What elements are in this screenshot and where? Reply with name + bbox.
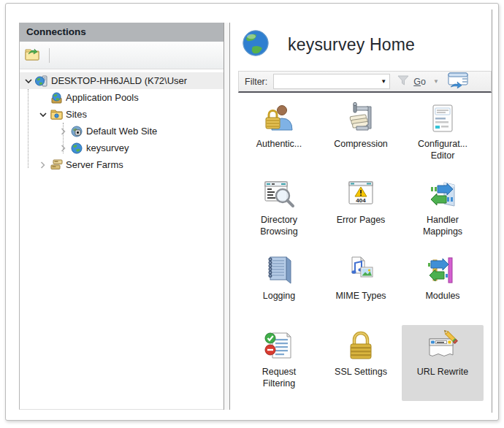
tree-item-label: Server Farms [66,159,123,170]
feature-ssl-settings[interactable]: SSL Settings [320,325,402,401]
feature-label: Configurat... Editor [418,138,467,162]
globe-icon [241,28,270,61]
feature-modules[interactable]: Modules [402,249,484,325]
server-farms-icon [50,159,63,171]
directory-browsing-icon [262,177,296,210]
connections-tree: DESKTOP-HH6JALD (K72\User Application Po… [20,69,224,173]
request-filtering-icon [263,329,295,362]
error-pages-icon: 404 [345,177,377,210]
funnel-icon [397,75,409,88]
tree-item-default-web-site[interactable]: Default Web Site [20,123,224,140]
ssl-settings-icon [345,329,377,362]
svg-text:404: 404 [356,197,366,204]
feature-request-filtering[interactable]: Request Filtering [238,325,320,401]
tree-item-label: Application Pools [66,92,139,103]
feature-directory-browsing[interactable]: Directory Browsing [238,173,320,249]
sites-folder-icon [50,109,63,121]
tree-item-application-pools[interactable]: Application Pools [20,89,224,106]
combo-dropdown-icon[interactable]: ▼ [378,74,389,88]
feature-label: URL Rewrite [417,366,468,378]
tree-item-label: keysurvey [86,142,129,153]
go-dropdown-icon[interactable]: ▼ [433,78,439,85]
configuration-editor-icon [427,101,459,134]
connections-toolbar [20,42,224,69]
spacer [37,92,48,103]
go-button[interactable]: Go [413,77,426,87]
feature-label: Compression [334,138,388,150]
feature-label: Request Filtering [262,366,297,390]
server-icon [35,75,48,87]
tree-item-label: Sites [66,109,87,120]
feature-configuration-editor[interactable]: Configurat... Editor [402,97,484,173]
authentication-icon [263,101,295,134]
tree-item-server-farms[interactable]: Server Farms [20,156,224,173]
url-rewrite-icon [426,329,459,362]
tree-item-keysurvey[interactable]: keysurvey [20,140,224,156]
feature-label: Error Pages [337,214,386,226]
filter-label: Filter: [245,77,267,87]
feature-error-pages[interactable]: 404 Error Pages [320,173,402,249]
tree-item-label: DESKTOP-HH6JALD (K72\User [51,75,187,86]
chevron-down-icon[interactable] [37,109,48,120]
iis-manager-window: Connections [5,3,499,421]
feature-compression[interactable]: Compression [320,97,402,173]
feature-label: SSL Settings [335,366,387,378]
panel-splitter[interactable] [224,23,230,410]
filter-toolbar: Filter: ▼ Go ▼ [238,71,492,93]
tree-item-label: Default Web Site [86,126,157,137]
logging-icon [263,253,295,286]
home-pane: keysurvey Home Filter: ▼ Go ▼ [232,9,492,413]
connections-panel-title: Connections [20,23,224,42]
features-grid: Authentic... [238,97,492,401]
feature-logging[interactable]: Logging [238,249,320,325]
tree-item-sites[interactable]: Sites [20,106,224,123]
handler-mappings-icon [427,177,459,210]
page-title: keysurvey Home [288,35,415,55]
filter-input[interactable]: ▼ [273,74,390,89]
feature-label: Authentic... [256,138,302,150]
app-pools-icon [50,92,63,104]
feature-mime-types[interactable]: MIME Types [320,249,402,325]
feature-url-rewrite[interactable]: URL Rewrite [402,325,484,401]
feature-label: MIME Types [335,290,386,302]
chevron-right-icon[interactable] [37,159,48,170]
show-all-icon[interactable] [448,72,470,91]
feature-handler-mappings[interactable]: Handler Mappings [402,173,484,249]
chevron-down-icon[interactable] [23,75,34,86]
modules-icon [427,253,459,286]
feature-label: Logging [263,290,296,302]
tree-item-server[interactable]: DESKTOP-HH6JALD (K72\User [20,72,224,89]
tree-guide-line [63,123,64,153]
feature-label: Handler Mappings [423,214,462,238]
page-header: keysurvey Home [232,9,492,71]
connections-panel: Connections [19,23,224,410]
tree-guide-line [28,89,28,168]
mime-types-icon [345,253,377,286]
feature-authentication[interactable]: Authentic... [238,97,320,173]
feature-label: Modules [425,290,459,302]
feature-label: Directory Browsing [260,214,297,238]
stopped-site-icon [70,126,83,137]
compression-icon [345,101,377,134]
toolbar-separator [49,48,50,63]
site-globe-icon [70,142,83,154]
connect-folder-icon[interactable] [24,47,42,64]
